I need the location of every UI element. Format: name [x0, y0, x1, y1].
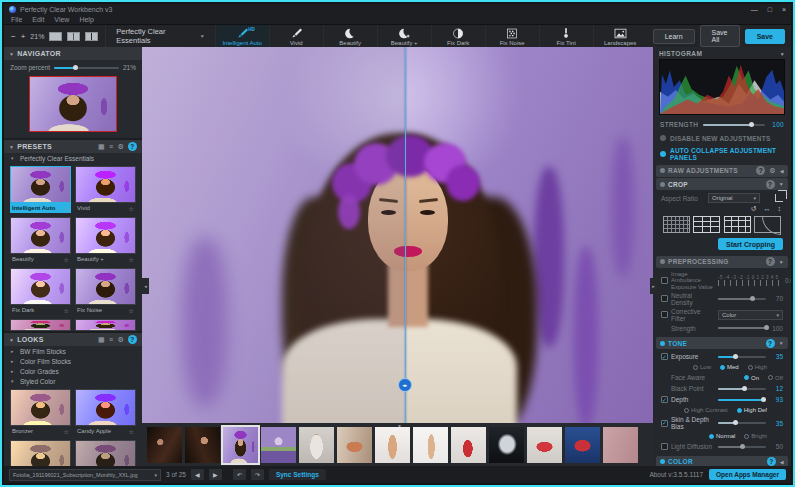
filmstrip-thumb[interactable] — [489, 427, 524, 463]
neutral-density-slider[interactable] — [718, 298, 766, 300]
exposure-value-ruler[interactable]: -5 -4 -3 -2 -1 0 1 2 3 4 5 — [718, 275, 779, 286]
open-apps-manager-button[interactable]: Open Apps Manager — [709, 469, 786, 480]
preset-thumb-beautify[interactable]: Beautify☆ — [10, 217, 71, 264]
preset-beautify-plus[interactable]: Beautify + — [377, 25, 431, 47]
presets-header[interactable]: ▼ PRESETS ▦ ≡ ⚙ ? — [4, 140, 142, 153]
look-thumb-cocoa[interactable]: Cocoa☆ — [75, 440, 136, 466]
list-view-icon[interactable]: ≡ — [109, 143, 113, 150]
star-icon[interactable]: ☆ — [129, 428, 134, 435]
preset-thumb-vivid[interactable]: Vivid☆ — [75, 166, 136, 213]
preset-beautify[interactable]: Beautify — [323, 25, 377, 47]
star-icon[interactable]: ☆ — [64, 256, 69, 263]
face-aware-off[interactable]: Off — [768, 375, 783, 381]
color-header[interactable]: COLOR ?◀ — [656, 456, 788, 467]
help-icon[interactable]: ? — [756, 166, 765, 175]
navigator-thumbnail[interactable] — [29, 76, 117, 132]
grid-overlay-dense-button[interactable] — [663, 216, 690, 233]
help-icon[interactable]: ? — [766, 339, 775, 348]
looks-group-colorfilm[interactable]: ▸Color Film Stocks — [4, 356, 142, 366]
depth-mode-contrast[interactable]: High Contrast — [684, 407, 728, 413]
thumbnail-view-icon[interactable]: ▦ — [98, 143, 105, 151]
preset-vivid[interactable]: Vivid — [269, 25, 323, 47]
menu-edit[interactable]: Edit — [32, 16, 44, 23]
filmstrip-thumb[interactable] — [147, 427, 182, 463]
grid-overlay-thirds-button[interactable] — [693, 216, 720, 233]
star-icon[interactable]: ☆ — [64, 428, 69, 435]
filmstrip-thumb[interactable] — [413, 427, 448, 463]
redo-button[interactable]: ↷ — [251, 469, 264, 480]
undo-button[interactable]: ↶ — [233, 469, 246, 480]
collapse-icon[interactable]: ◀ — [780, 459, 784, 465]
save-button[interactable]: Save — [745, 29, 785, 44]
filmstrip-thumb[interactable] — [261, 427, 296, 463]
thumbnail-view-icon[interactable]: ▦ — [98, 336, 105, 344]
exposure-mode-low[interactable]: Low — [693, 364, 711, 370]
about-version-link[interactable]: About v:3.5.5.1117 — [649, 471, 703, 478]
learn-button[interactable]: Learn — [653, 29, 695, 44]
preset-landscapes[interactable]: Landscapes — [593, 25, 647, 47]
filmstrip-thumb[interactable] — [299, 427, 334, 463]
collapse-icon[interactable]: ◀ — [780, 168, 784, 174]
collapse-icon[interactable]: ▼ — [779, 340, 784, 346]
grid-overlay-spiral-button[interactable] — [754, 216, 781, 233]
help-icon[interactable]: ? — [128, 142, 137, 151]
auto-collapse-toggle[interactable]: AUTO COLLAPSE ADJUSTMENT PANELS — [653, 144, 791, 163]
gear-icon[interactable]: ⚙ — [117, 336, 124, 344]
preset-thumb-fix-dark[interactable]: Fix Dark☆ — [10, 268, 71, 315]
corrective-filter-dropdown[interactable]: Color▾ — [718, 310, 783, 320]
tone-header[interactable]: TONE ?▼ — [656, 337, 788, 349]
exposure-slider[interactable] — [718, 356, 766, 358]
gear-icon[interactable]: ⚙ — [117, 143, 124, 151]
before-after-split-line[interactable] — [405, 47, 406, 427]
gear-icon[interactable]: ⚙ — [769, 167, 776, 175]
help-icon[interactable]: ? — [766, 180, 775, 189]
star-icon[interactable]: ☆ — [64, 307, 69, 314]
grid-overlay-fine-button[interactable] — [724, 216, 751, 233]
split-handle[interactable]: ◂▸ — [398, 378, 412, 392]
flip-vertical-icon[interactable]: ↕ — [778, 205, 782, 213]
raw-adjustments-header[interactable]: RAW ADJUSTMENTS ?⚙◀ — [656, 165, 788, 177]
start-cropping-button[interactable]: Start Cropping — [718, 238, 783, 250]
image-ambulance-checkbox[interactable]: ✓ — [661, 277, 668, 284]
preset-fix-dark[interactable]: Fix Dark — [431, 25, 485, 47]
next-image-button[interactable]: ▶ — [209, 469, 222, 480]
look-thumb-candy-apple[interactable]: Candy Apple☆ — [75, 389, 136, 436]
skin-depth-bias-checkbox[interactable]: ✓ — [661, 420, 668, 427]
aspect-ratio-dropdown[interactable]: Original▾ — [708, 193, 760, 203]
image-canvas[interactable]: ◂▸ — [142, 47, 657, 427]
preset-thumb-fix-noise[interactable]: Fix Noise☆ — [75, 268, 136, 315]
preset-fix-tint[interactable]: Fix Tint — [539, 25, 593, 47]
looks-header[interactable]: ▼ LOOKS ▦ ≡ ⚙ ? — [4, 333, 142, 346]
close-button[interactable]: × — [782, 6, 786, 13]
filmstrip-thumb[interactable] — [527, 427, 562, 463]
collapse-icon[interactable]: ▼ — [779, 259, 784, 265]
list-view-icon[interactable]: ≡ — [109, 336, 113, 343]
single-view-button[interactable] — [49, 32, 62, 41]
star-icon[interactable]: ☆ — [64, 205, 69, 212]
look-thumb-bronzer[interactable]: Bronzer☆ — [10, 389, 71, 436]
filmstrip-thumb-selected[interactable] — [223, 427, 258, 463]
minimize-button[interactable]: — — [751, 6, 758, 13]
bias-mode-normal[interactable]: Normal — [709, 433, 735, 439]
look-thumb-caramel[interactable]: Caramel☆ — [10, 440, 71, 466]
pre-strength-slider[interactable] — [718, 327, 766, 329]
presets-group-row[interactable]: ▾ Perfectly Clear Essentials — [4, 153, 142, 163]
menu-view[interactable]: View — [54, 16, 69, 23]
black-point-slider[interactable] — [718, 388, 766, 390]
face-aware-on[interactable]: On — [744, 375, 759, 381]
zoom-percent-slider[interactable] — [54, 67, 119, 69]
previous-image-button[interactable]: ◀ — [191, 469, 204, 480]
corrective-filter-checkbox[interactable]: ✓ — [661, 311, 668, 318]
preset-thumb-partial[interactable] — [10, 319, 71, 331]
sync-settings-button[interactable]: Sync Settings — [269, 469, 326, 480]
filmstrip-thumb[interactable] — [603, 427, 638, 463]
navigator-header[interactable]: ▼ NAVIGATOR — [4, 47, 142, 60]
looks-group-grades[interactable]: ▸Color Grades — [4, 366, 142, 376]
depth-slider[interactable] — [718, 399, 766, 401]
preset-thumb-beautify-plus[interactable]: Beautify +☆ — [75, 217, 136, 264]
exposure-checkbox[interactable]: ✓ — [661, 353, 668, 360]
crop-icon[interactable] — [775, 194, 783, 202]
looks-group-styled[interactable]: ▾Styled Color — [4, 376, 142, 386]
collapse-icon[interactable]: ▼ — [779, 181, 784, 187]
neutral-density-checkbox[interactable]: ✓ — [661, 295, 668, 302]
